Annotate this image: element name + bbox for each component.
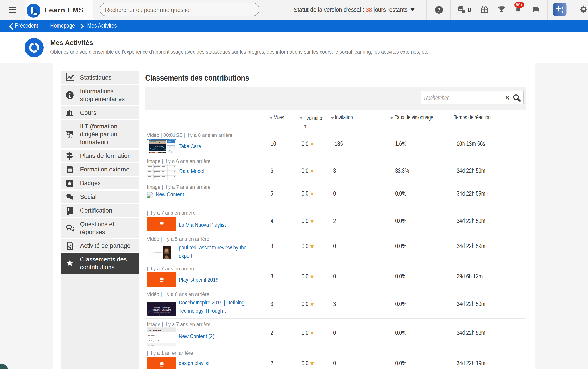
svg-text:SERIES: SERIES — [159, 146, 162, 147]
svg-text:ISH LANGUAGE: ISH LANGUAGE — [148, 329, 162, 331]
svg-text:Defining Technology: Defining Technology — [154, 307, 170, 309]
svg-text:docebo: docebo — [155, 146, 159, 147]
svg-text:It can't be all that bad.: It can't be all that bad. — [153, 252, 162, 253]
svg-text:docebo INSPIRE: docebo INSPIRE — [158, 303, 166, 305]
svg-text:99+: 99+ — [516, 3, 523, 7]
svg-text:y Participation Rate: y Participation Rate — [148, 340, 161, 342]
svg-text:rs number: rs number — [148, 335, 155, 336]
svg-text:Through A Human Lens: Through A Human Lens — [152, 309, 171, 311]
svg-text:?: ? — [437, 7, 440, 13]
svg-text:d l d h d f l: d l d h d f l — [148, 344, 154, 346]
svg-text:Atlanta, USA | September 16-18: Atlanta, USA | September 16-18, 2019 — [154, 312, 170, 313]
